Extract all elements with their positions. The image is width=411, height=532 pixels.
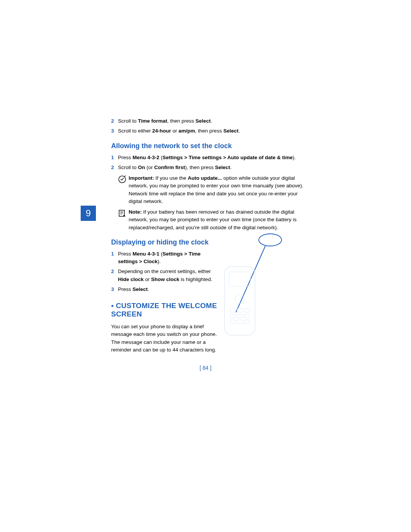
step-number: 3 (111, 127, 118, 135)
step-item: 3 Scroll to either 24-hour or am/pm, the… (111, 127, 309, 135)
svg-rect-12 (244, 314, 250, 318)
step-number: 1 (111, 250, 118, 266)
svg-rect-11 (237, 314, 242, 318)
svg-rect-13 (230, 320, 235, 324)
svg-rect-14 (237, 320, 242, 324)
page-number: [ 84 ] (0, 365, 411, 371)
step-text: Scroll to Time format, then press Select… (118, 117, 309, 125)
svg-rect-9 (244, 308, 250, 312)
important-icon (118, 174, 129, 205)
step-item: 2 Scroll to Time format, then press Sele… (111, 117, 309, 125)
step-number: 3 (111, 286, 118, 293)
svg-rect-8 (237, 308, 242, 312)
section2-steps: 1 Press Menu 4-3-1 (Settings > Time sett… (111, 250, 221, 293)
step-text: Scroll to either 24-hour or am/pm, then … (118, 127, 309, 135)
body-paragraph: You can set your phone to display a brie… (111, 323, 221, 354)
step-text: Press Menu 4-3-1 (Settings > Time settin… (118, 250, 221, 266)
step-text: Scroll to On (or Confirm first), then pr… (118, 164, 309, 171)
step-number: 2 (111, 117, 118, 125)
step-number: 2 (111, 268, 118, 283)
subheading-network-clock: Allowing the network to set the clock (111, 142, 309, 150)
intro-steps: 2 Scroll to Time format, then press Sele… (111, 117, 309, 135)
svg-line-3 (236, 245, 266, 312)
important-note: Important: If you use the Auto update...… (118, 174, 309, 205)
step-item: 2 Scroll to On (or Confirm first), then … (111, 164, 309, 171)
note-block: Note: If your battery has been removed o… (118, 208, 309, 232)
svg-point-2 (259, 234, 282, 246)
phone-illustration (221, 232, 308, 339)
svg-point-6 (235, 294, 244, 304)
note-icon (118, 208, 129, 232)
svg-rect-7 (230, 308, 235, 312)
svg-rect-15 (244, 320, 250, 324)
chapter-tab: 9 (81, 206, 96, 221)
step-item: 1 Press Menu 4-3-1 (Settings > Time sett… (111, 250, 221, 266)
step-number: 1 (111, 154, 118, 161)
step-item: 3 Press Select. (111, 286, 221, 293)
step-text: Press Menu 4-3-2 (Settings > Time settin… (118, 154, 309, 161)
step-text: Depending on the current settings, eithe… (118, 268, 221, 283)
note-text: Note: If your battery has been removed o… (129, 208, 309, 232)
heading-customize-welcome: • CUSTOMIZE THE WELCOME SCREEN (111, 302, 221, 318)
step-item: 2 Depending on the current settings, eit… (111, 268, 221, 283)
svg-rect-10 (230, 314, 235, 318)
svg-rect-5 (229, 272, 250, 286)
section1-steps: 1 Press Menu 4-3-2 (Settings > Time sett… (111, 154, 309, 172)
step-text: Press Select. (118, 286, 221, 293)
important-text: Important: If you use the Auto update...… (129, 174, 309, 205)
step-item: 1 Press Menu 4-3-2 (Settings > Time sett… (111, 154, 309, 161)
step-number: 2 (111, 164, 118, 171)
